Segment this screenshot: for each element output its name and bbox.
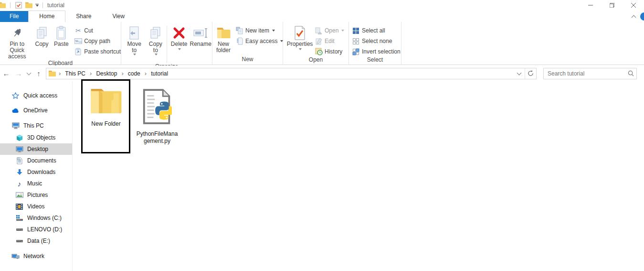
ribbon-tab-bar: File Home Share View bbox=[0, 10, 644, 22]
monitor-icon bbox=[15, 145, 23, 153]
python-file-icon bbox=[142, 88, 172, 127]
group-label-select: Select bbox=[349, 56, 401, 65]
move-to-button[interactable]: Move to bbox=[125, 24, 144, 55]
sidebar-item-documents[interactable]: Documents bbox=[0, 155, 72, 166]
copy-path-icon bbox=[74, 37, 82, 45]
sidebar-item-pictures[interactable]: Pictures bbox=[0, 189, 72, 201]
delete-button[interactable]: Delete bbox=[169, 24, 189, 50]
new-folder-button[interactable]: New folder bbox=[216, 24, 231, 54]
file-item-new-folder[interactable]: New Folder bbox=[84, 87, 128, 128]
qat-properties-icon[interactable] bbox=[14, 1, 22, 9]
sidebar-item-3d-objects[interactable]: 3D Objects bbox=[0, 132, 72, 143]
music-note-icon: ♪ bbox=[15, 180, 23, 188]
qat-separator bbox=[42, 2, 43, 8]
ribbon-empty-space bbox=[401, 22, 644, 65]
folder-icon bbox=[88, 87, 124, 117]
sidebar-item-data-e[interactable]: Data (E:) bbox=[0, 235, 72, 247]
ribbon-group-select: Select all Select none Invert selection bbox=[349, 22, 401, 65]
qat-new-folder-icon[interactable] bbox=[25, 1, 33, 9]
breadcrumb-desktop[interactable]: Desktop bbox=[94, 70, 119, 77]
move-to-icon bbox=[128, 25, 140, 41]
dropdown-caret-icon bbox=[299, 48, 302, 50]
sidebar-item-videos[interactable]: Videos bbox=[0, 201, 72, 212]
minimize-button[interactable] bbox=[580, 0, 601, 10]
history-button[interactable]: History bbox=[315, 47, 344, 56]
easy-access-icon bbox=[235, 37, 243, 45]
search-icon[interactable] bbox=[625, 70, 636, 76]
breadcrumb-this-pc[interactable]: This PC bbox=[63, 70, 87, 77]
group-divider bbox=[167, 26, 167, 63]
new-item-button[interactable]: New item bbox=[235, 26, 283, 35]
open-button[interactable]: Open bbox=[315, 26, 344, 35]
edit-icon bbox=[315, 37, 323, 45]
paste-button[interactable]: Paste bbox=[52, 24, 72, 47]
sidebar-item-lenovo-d[interactable]: LENOVO (D:) bbox=[0, 224, 72, 235]
sidebar-item-music[interactable]: ♪ Music bbox=[0, 178, 72, 189]
copy-button[interactable]: Copy bbox=[32, 24, 52, 47]
tab-file[interactable]: File bbox=[0, 11, 28, 22]
ribbon-group-clipboard: Pin to Quick access Copy Paste ✂ bbox=[0, 22, 121, 65]
sidebar-item-windows-c[interactable]: Windows (C:) bbox=[0, 212, 72, 224]
select-none-button[interactable]: Select none bbox=[352, 36, 401, 46]
tab-home[interactable]: Home bbox=[28, 11, 65, 22]
pin-icon bbox=[11, 25, 23, 41]
dropdown-caret-icon bbox=[133, 54, 136, 55]
picture-icon bbox=[15, 191, 23, 199]
file-list-area[interactable]: New Folder PythonFileManagement.py bbox=[73, 81, 644, 271]
address-dropdown-icon[interactable] bbox=[513, 68, 525, 79]
copy-to-button[interactable]: Copy to bbox=[147, 24, 165, 55]
paste-shortcut-button[interactable]: Paste shortcut bbox=[74, 47, 121, 56]
properties-button[interactable]: Properties bbox=[285, 24, 315, 50]
select-none-icon bbox=[352, 37, 360, 45]
sidebar-item-desktop[interactable]: Desktop bbox=[0, 143, 72, 155]
select-all-button[interactable]: Select all bbox=[352, 26, 401, 35]
pin-to-quick-access-button[interactable]: Pin to Quick access bbox=[2, 24, 32, 60]
properties-icon bbox=[294, 25, 306, 41]
qat-customize-dropdown-icon[interactable] bbox=[35, 4, 39, 7]
sidebar-item-quick-access[interactable]: Quick access bbox=[0, 90, 72, 101]
copy-to-icon bbox=[149, 25, 162, 41]
file-explorer-window: tutorial File Home Share View Pin to Qui… bbox=[0, 0, 644, 271]
collapse-ribbon-icon[interactable] bbox=[632, 15, 636, 20]
file-item-python-file[interactable]: PythonFileManagement.py bbox=[135, 88, 179, 145]
rename-button[interactable]: Rename bbox=[189, 24, 212, 47]
ribbon-group-organize: Move to Copy to Delete bbox=[121, 22, 212, 65]
ribbon: Pin to Quick access Copy Paste ✂ bbox=[0, 22, 644, 65]
navigation-pane: Quick access OneDrive This PC bbox=[0, 81, 73, 271]
drive-icon bbox=[15, 237, 23, 245]
cube-icon bbox=[15, 134, 23, 142]
paste-shortcut-icon bbox=[74, 48, 82, 56]
delete-icon bbox=[173, 25, 185, 41]
help-icon[interactable] bbox=[640, 12, 644, 21]
up-button[interactable]: ↑ bbox=[32, 69, 45, 77]
breadcrumb-tutorial[interactable]: tutorial bbox=[149, 70, 170, 77]
dropdown-caret-icon bbox=[178, 48, 181, 50]
close-button[interactable] bbox=[623, 0, 644, 10]
refresh-icon[interactable] bbox=[525, 68, 536, 79]
edit-button[interactable]: Edit bbox=[315, 36, 344, 46]
copy-path-button[interactable]: Copy path bbox=[74, 36, 121, 46]
easy-access-button[interactable]: Easy access bbox=[235, 36, 283, 46]
sidebar-item-network[interactable]: Network bbox=[0, 250, 72, 262]
back-button[interactable]: ← bbox=[0, 69, 12, 77]
restore-button[interactable] bbox=[601, 0, 623, 10]
pc-monitor-icon bbox=[11, 122, 20, 130]
document-icon bbox=[15, 157, 23, 165]
forward-button[interactable]: → bbox=[12, 69, 25, 77]
drive-windows-icon bbox=[15, 214, 23, 222]
sidebar-item-downloads[interactable]: Downloads bbox=[0, 166, 72, 178]
tab-view[interactable]: View bbox=[102, 11, 135, 22]
sidebar-item-this-pc[interactable]: This PC bbox=[0, 120, 72, 131]
tab-share[interactable]: Share bbox=[65, 11, 102, 22]
search-input[interactable] bbox=[544, 70, 625, 77]
dropdown-caret-icon bbox=[272, 30, 275, 32]
cut-button[interactable]: ✂ Cut bbox=[74, 26, 121, 35]
copy-icon bbox=[36, 25, 48, 41]
breadcrumb-code[interactable]: code bbox=[126, 70, 142, 77]
address-bar[interactable]: › This PC › Desktop › code › tutorial bbox=[46, 68, 537, 79]
window-title: tutorial bbox=[47, 2, 64, 9]
invert-selection-button[interactable]: Invert selection bbox=[352, 47, 401, 56]
recent-locations-dropdown-icon[interactable] bbox=[25, 72, 32, 75]
sidebar-item-onedrive[interactable]: OneDrive bbox=[0, 105, 72, 116]
file-item-label: PythonFileManagement.py bbox=[135, 130, 179, 145]
